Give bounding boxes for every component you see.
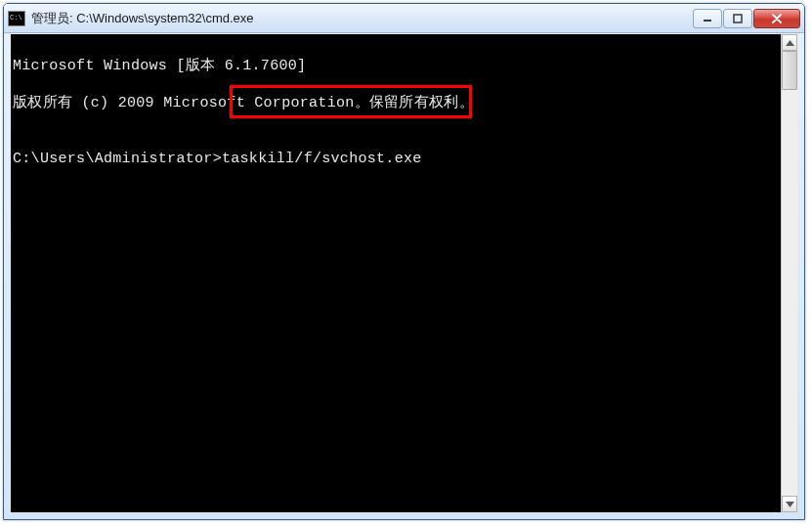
console-line: 版权所有 (c) 2009 Microsoft Corporation。保留所有… [13, 94, 779, 112]
prompt: C:\Users\Administrator> [13, 150, 222, 168]
svg-rect-1 [734, 15, 742, 22]
vertical-scrollbar[interactable] [781, 34, 797, 512]
scroll-thumb[interactable] [782, 51, 797, 90]
scroll-down-button[interactable] [782, 496, 797, 512]
console-area[interactable]: Microsoft Windows [版本 6.1.7600] 版权所有 (c)… [11, 34, 781, 512]
client-area: Microsoft Windows [版本 6.1.7600] 版权所有 (c)… [11, 34, 797, 512]
command-input[interactable]: taskkill/f/svchost.exe [222, 150, 422, 168]
window-controls [693, 9, 800, 28]
titlebar[interactable]: 管理员: C:\Windows\system32\cmd.exe [4, 4, 804, 33]
prompt-line: C:\Users\Administrator>taskkill/f/svchos… [13, 150, 779, 168]
scroll-track[interactable] [782, 51, 797, 496]
window-title: 管理员: C:\Windows\system32\cmd.exe [31, 10, 693, 27]
close-button[interactable] [753, 9, 800, 28]
svg-rect-0 [704, 20, 711, 22]
window-frame: 管理员: C:\Windows\system32\cmd.exe Microso… [3, 3, 805, 520]
console-line: Microsoft Windows [版本 6.1.7600] [13, 57, 779, 75]
maximize-button[interactable] [723, 9, 752, 28]
minimize-button[interactable] [693, 9, 722, 28]
cmd-icon [8, 11, 25, 26]
scroll-up-button[interactable] [782, 34, 797, 51]
